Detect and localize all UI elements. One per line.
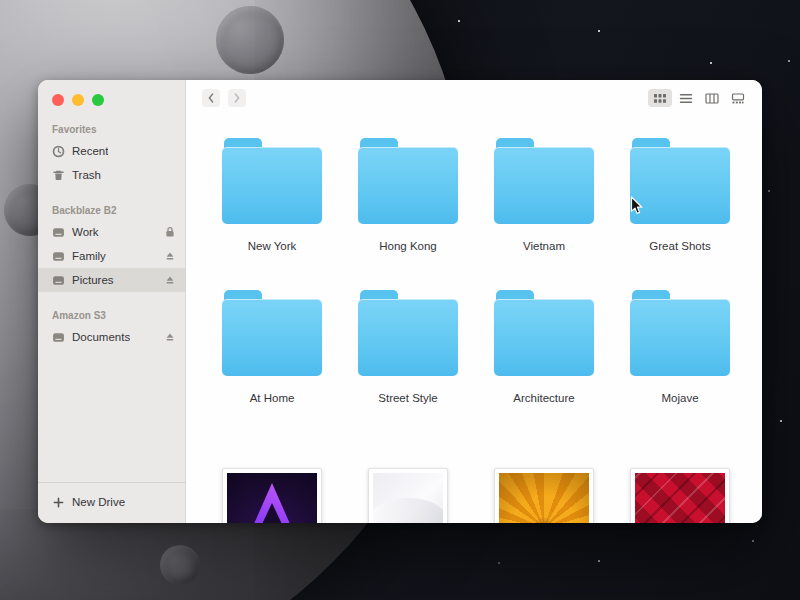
folder-at-home[interactable]: At Home [204, 290, 340, 404]
folder-vietnam[interactable]: Vietnam [476, 138, 612, 252]
sidebar-item-recent[interactable]: Recent [38, 139, 185, 163]
view-grid-button[interactable] [648, 89, 672, 107]
folder-icon [222, 138, 322, 224]
folder-mojave[interactable]: Mojave [612, 290, 748, 404]
sidebar-item-label: Family [72, 250, 106, 262]
folder-label: Mojave [612, 392, 748, 404]
folder-label: Hong Kong [340, 240, 476, 252]
view-gallery-button[interactable] [726, 89, 750, 107]
folder-great-shots[interactable]: Great Shots [612, 138, 748, 252]
thumbnail-image [227, 473, 317, 523]
folder-label: Architecture [476, 392, 612, 404]
plus-icon [52, 496, 65, 509]
drive-icon [52, 274, 65, 287]
moon-crater [216, 6, 284, 74]
thumbnail-image [373, 473, 443, 523]
folder-icon [358, 138, 458, 224]
finder-window: Favorites Recent Trash Backblaze B2 Work [38, 80, 762, 523]
sidebar-section-amazon: Amazon S3 [38, 310, 185, 321]
thumbnail-image [499, 473, 589, 523]
folder-icon [494, 138, 594, 224]
sidebar-item-work[interactable]: Work [38, 220, 185, 244]
folder-label: New York [204, 240, 340, 252]
folder-icon [494, 290, 594, 376]
new-drive-label: New Drive [72, 496, 125, 508]
toolbar [186, 80, 762, 116]
lock-icon [164, 226, 175, 238]
folder-label: At Home [204, 392, 340, 404]
folder-hong-kong[interactable]: Hong Kong [340, 138, 476, 252]
gallery-view-icon [731, 93, 745, 104]
minimize-button[interactable] [72, 94, 84, 106]
drive-icon [52, 331, 65, 344]
folder-icon [630, 290, 730, 376]
folder-icon [358, 290, 458, 376]
view-columns-button[interactable] [700, 89, 724, 107]
sidebar-item-label: Trash [72, 169, 101, 181]
folder-icon [630, 138, 730, 224]
eject-icon[interactable] [164, 274, 175, 286]
sidebar-item-label: Pictures [72, 274, 114, 286]
chevron-left-icon [207, 92, 215, 104]
sidebar-item-family[interactable]: Family [38, 244, 185, 268]
traffic-lights [52, 94, 104, 106]
stars [458, 20, 460, 22]
main-content: New York Hong Kong Vietnam Great Shots A… [186, 80, 762, 523]
sidebar-item-documents[interactable]: Documents [38, 325, 185, 349]
chevron-right-icon [233, 92, 241, 104]
folder-icon [222, 290, 322, 376]
folder-label: Street Style [340, 392, 476, 404]
sidebar: Favorites Recent Trash Backblaze B2 Work [38, 80, 186, 523]
clock-icon [52, 145, 65, 158]
new-drive-button[interactable]: New Drive [38, 490, 185, 514]
forward-button[interactable] [228, 89, 246, 107]
trash-icon [52, 169, 65, 182]
drive-icon [52, 250, 65, 263]
zoom-button[interactable] [92, 94, 104, 106]
thumbnail-image [635, 473, 725, 523]
sidebar-item-label: Recent [72, 145, 108, 157]
folder-new-york[interactable]: New York [204, 138, 340, 252]
folder-label: Great Shots [612, 240, 748, 252]
drive-icon [52, 226, 65, 239]
sidebar-item-trash[interactable]: Trash [38, 163, 185, 187]
columns-view-icon [705, 93, 719, 104]
sidebar-item-label: Work [72, 226, 99, 238]
view-list-button[interactable] [674, 89, 698, 107]
eject-icon[interactable] [164, 331, 175, 343]
image-white-abstract[interactable] [368, 468, 448, 523]
image-red-cubes[interactable] [630, 468, 730, 523]
folder-street-style[interactable]: Street Style [340, 290, 476, 404]
eject-icon[interactable] [164, 250, 175, 262]
image-purple-neon-triangle[interactable] [222, 468, 322, 523]
list-view-icon [679, 93, 693, 104]
grid-view-icon [653, 93, 667, 104]
sidebar-divider [38, 482, 185, 483]
moon-crater [160, 545, 200, 585]
folder-architecture[interactable]: Architecture [476, 290, 612, 404]
sidebar-section-backblaze: Backblaze B2 [38, 205, 185, 216]
folder-label: Vietnam [476, 240, 612, 252]
sidebar-section-favorites: Favorites [38, 124, 185, 135]
sidebar-item-pictures[interactable]: Pictures [38, 268, 185, 292]
back-button[interactable] [202, 89, 220, 107]
sidebar-item-label: Documents [72, 331, 130, 343]
view-mode-control [648, 89, 750, 107]
image-orange-flower[interactable] [494, 468, 594, 523]
close-button[interactable] [52, 94, 64, 106]
